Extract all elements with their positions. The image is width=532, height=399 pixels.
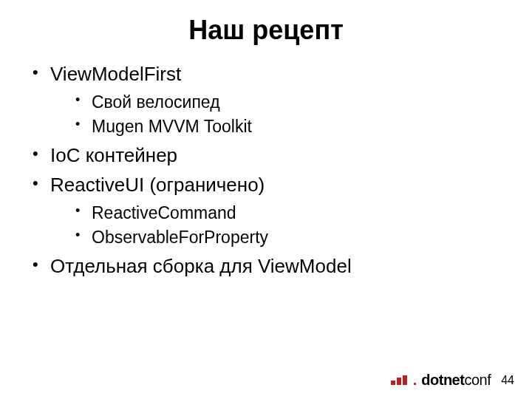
list-item: Отдельная сборка для ViewModel xyxy=(30,253,532,281)
bullet-list: ViewModelFirst Свой велосипед Mugen MVVM… xyxy=(0,53,532,281)
slide: Наш рецепт ViewModelFirst Свой велосипед… xyxy=(0,0,532,399)
list-item: IoC контейнер xyxy=(30,142,532,170)
page-number: 44 xyxy=(501,374,514,387)
list-item: ObservableForProperty xyxy=(74,225,532,250)
sub-list: ReactiveCommand ObservableForProperty xyxy=(50,201,532,250)
list-item-text: ViewModelFirst xyxy=(50,63,181,85)
list-item-text: ObservableForProperty xyxy=(92,228,268,247)
brand-dot: . xyxy=(413,372,417,389)
list-item-text: IoC контейнер xyxy=(50,144,177,166)
list-item: ReactiveUI (ограничено) ReactiveCommand … xyxy=(30,171,532,250)
brand-logo: . dotnetconf xyxy=(391,372,491,389)
list-item-text: Свой велосипед xyxy=(92,92,220,112)
list-item: ReactiveCommand xyxy=(74,201,532,225)
list-item-text: ReactiveUI (ограничено) xyxy=(50,174,265,196)
list-item: Свой велосипед xyxy=(74,90,532,115)
slide-footer: . dotnetconf 44 xyxy=(391,372,514,389)
list-item-text: Mugen MVVM Toolkit xyxy=(92,117,252,136)
list-item-text: ReactiveCommand xyxy=(92,203,236,222)
slide-title: Наш рецепт xyxy=(0,0,532,53)
list-item-text: Отдельная сборка для ViewModel xyxy=(50,255,352,277)
brand-name: dotnetconf xyxy=(421,372,491,389)
list-item: ViewModelFirst Свой велосипед Mugen MVVM… xyxy=(30,61,532,139)
brand-mark-icon xyxy=(391,375,407,385)
list-item: Mugen MVVM Toolkit xyxy=(74,115,532,139)
sub-list: Свой велосипед Mugen MVVM Toolkit xyxy=(50,90,532,140)
